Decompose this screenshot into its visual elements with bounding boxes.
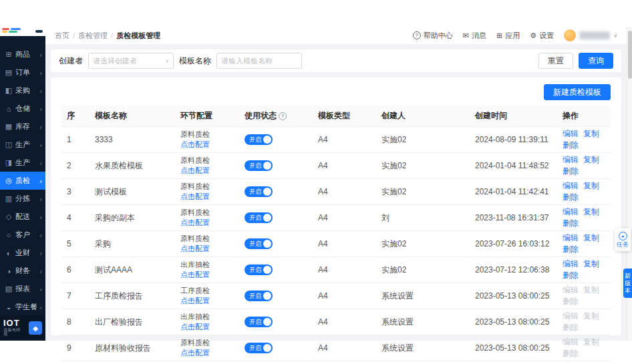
action-edit-link[interactable]: 编辑 xyxy=(563,181,579,190)
creator-select[interactable]: 请选择创建者 ∨ xyxy=(88,53,174,69)
scrollbar-thumb[interactable] xyxy=(628,31,632,79)
row-index: 10 xyxy=(61,361,90,364)
action-copy-link[interactable]: 复制 xyxy=(583,207,599,216)
status-toggle[interactable]: 开启 xyxy=(245,238,273,249)
messages-button[interactable]: ✉ 消息 xyxy=(463,31,486,41)
toggle-knob xyxy=(263,344,271,352)
sidebar-item-production-2[interactable]: ◨ 生产 › xyxy=(0,154,45,172)
action-copy-link[interactable]: 复制 xyxy=(583,155,599,164)
apps-button[interactable]: ⊞ 应用 xyxy=(496,31,520,41)
user-menu[interactable]: ∨ xyxy=(564,29,617,41)
row-type: A4 xyxy=(313,309,376,335)
row-type: A4 xyxy=(313,361,376,364)
config-link[interactable]: 点击配置 xyxy=(180,140,210,150)
sidebar-item-student-meals[interactable]: ◒ 学生餐 › xyxy=(0,298,45,315)
help-center-button[interactable]: ? 帮助中心 xyxy=(413,31,453,41)
sidebar-item-production-1[interactable]: ◫ 生产 › xyxy=(0,136,45,154)
status-toggle[interactable]: 开启 xyxy=(245,343,273,353)
app-logo xyxy=(0,27,45,36)
status-toggle[interactable]: 开启 xyxy=(245,264,273,275)
action-delete-link[interactable]: 删除 xyxy=(563,270,579,280)
config-link[interactable]: 点击配置 xyxy=(180,166,210,176)
status-info-icon[interactable]: ? xyxy=(279,112,287,120)
action-edit-link[interactable]: 编辑 xyxy=(563,233,579,242)
config-link[interactable]: 点击配置 xyxy=(180,349,210,358)
settings-button[interactable]: ⚙ 设置 xyxy=(530,31,554,41)
config-link[interactable]: 点击配置 xyxy=(180,270,210,280)
breadcrumb-home[interactable]: 首页 xyxy=(55,31,69,39)
row-stage-cell: 原料质检 点击配置 xyxy=(175,179,239,205)
sidebar-item-warehouse[interactable]: ⌂ 仓储 › xyxy=(0,100,45,118)
header-stage: 环节配置 xyxy=(175,106,239,127)
action-copy-link[interactable]: 复制 xyxy=(583,181,599,190)
status-toggle[interactable]: 开启 xyxy=(245,160,273,171)
status-toggle[interactable]: 开启 xyxy=(245,317,273,327)
row-index: 3 xyxy=(61,179,90,205)
row-status-cell: 开启 xyxy=(239,361,313,364)
row-status-cell: 开启 xyxy=(239,283,313,309)
version-float-tab[interactable]: 新版本 xyxy=(623,268,632,298)
search-button[interactable]: 查询 xyxy=(579,53,613,69)
action-copy-link[interactable]: 复制 xyxy=(583,129,599,138)
action-edit-link: 编辑 xyxy=(563,285,579,295)
sidebar-item-customers[interactable]: ○ 客户 › xyxy=(0,226,45,244)
config-link[interactable]: 点击配置 xyxy=(180,244,210,254)
sidebar-item-label: 生产 xyxy=(15,140,37,150)
action-delete-link[interactable]: 删除 xyxy=(563,192,579,202)
row-index: 7 xyxy=(61,283,90,309)
status-toggle[interactable]: 开启 xyxy=(245,212,273,223)
row-creator: 系统设置 xyxy=(376,283,470,309)
config-link[interactable]: 点击配置 xyxy=(180,297,210,306)
status-toggle[interactable]: 开启 xyxy=(245,291,273,301)
row-index: 4 xyxy=(61,205,90,231)
sidebar-item-reports[interactable]: ▧ 报表 › xyxy=(0,280,45,298)
breadcrumb: 首页/质检管理/质检模板管理 xyxy=(55,31,160,41)
config-link[interactable]: 点击配置 xyxy=(180,192,210,202)
action-edit-link[interactable]: 编辑 xyxy=(563,207,579,216)
sidebar-item-purchase[interactable]: ◧ 采购 › xyxy=(0,81,45,100)
screen: ⊞ 商品 › ▤ 订单 › ◧ 采购 › ⌂ 仓储 › xyxy=(0,0,632,364)
action-delete-link[interactable]: 删除 xyxy=(563,140,579,150)
breadcrumb-section[interactable]: 质检管理 xyxy=(78,31,108,39)
sidebar-collapse-icon[interactable] xyxy=(35,30,43,33)
sidebar-item-business-finance[interactable]: ◐ 业财 › xyxy=(0,244,45,262)
action-edit-link[interactable]: 编辑 xyxy=(563,259,579,268)
table-row: 10 测试2 原料质检 点击配置 开启 xyxy=(61,361,611,364)
row-status-cell: 开启 xyxy=(239,205,313,231)
sidebar-item-delivery[interactable]: ◇ 配送 › xyxy=(0,208,45,226)
config-link[interactable]: 点击配置 xyxy=(180,323,210,332)
breadcrumb-separator: / xyxy=(73,31,75,39)
content: 创建者 请选择创建者 ∨ 模板名称 重置 查询 新建质检模板 xyxy=(45,44,627,341)
sidebar-item-label: 分拣 xyxy=(15,194,37,204)
action-copy-link: 复制 xyxy=(583,311,599,321)
new-template-button[interactable]: 新建质检模板 xyxy=(544,84,611,100)
template-name-input[interactable] xyxy=(216,53,302,69)
action-edit-link[interactable]: 编辑 xyxy=(563,129,579,138)
action-edit-link: 编辑 xyxy=(563,311,579,321)
action-delete-link[interactable]: 删除 xyxy=(563,166,579,176)
config-link[interactable]: 点击配置 xyxy=(180,218,210,228)
sidebar-item-sorting[interactable]: ▥ 分拣 › xyxy=(0,190,45,208)
status-toggle[interactable]: 开启 xyxy=(245,186,273,197)
task-float-button[interactable]: ● 任务 xyxy=(615,228,631,251)
logo-bar-yellow xyxy=(2,31,7,33)
status-toggle[interactable]: 开启 xyxy=(245,134,273,145)
status-label: 开启 xyxy=(249,292,261,301)
action-delete-link[interactable]: 删除 xyxy=(563,244,579,254)
sidebar-item-inventory[interactable]: ▦ 库存 › xyxy=(0,118,45,136)
action-delete-link[interactable]: 删除 xyxy=(563,218,579,228)
sidebar-item-orders[interactable]: ▤ 订单 › xyxy=(0,63,45,81)
row-created: 2023-07-26 16:03:12 xyxy=(470,231,557,257)
row-creator: 刘 xyxy=(376,205,470,231)
action-copy-link[interactable]: 复制 xyxy=(583,233,599,242)
logo-bar-green xyxy=(9,31,17,33)
sorting-icon: ▥ xyxy=(5,194,13,203)
sidebar-item-finance[interactable]: ◑ 财务 › xyxy=(0,262,45,280)
sidebar-item-quality-inspection[interactable]: ◎ 质检 › xyxy=(0,172,45,190)
row-stage-cell: 原料质检 点击配置 xyxy=(175,205,239,231)
row-creator: 实施02 xyxy=(376,231,470,257)
action-edit-link[interactable]: 编辑 xyxy=(563,155,579,164)
reset-button[interactable]: 重置 xyxy=(538,53,573,69)
sidebar-item-products[interactable]: ⊞ 商品 › xyxy=(0,45,45,63)
action-copy-link[interactable]: 复制 xyxy=(583,259,599,268)
